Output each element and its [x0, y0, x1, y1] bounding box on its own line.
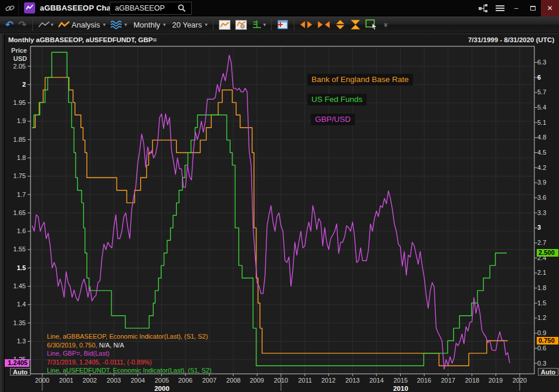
legend-text: 6/30/2019, 0.750, — [47, 342, 99, 349]
right-axis-tick-label: 5.7 — [537, 88, 546, 96]
maximize-icon — [530, 6, 536, 11]
compress-vertical-button[interactable] — [348, 18, 363, 31]
chart-toolbar: ↶ ↷ ▾ Analysis ▾ ▾ Monthly ▾ 20 Years ▾ … — [0, 16, 559, 33]
undo-button[interactable]: ↶ — [3, 18, 16, 32]
right-axis-tick-label: 1.2 — [537, 314, 546, 321]
series-annotation-label[interactable]: Bank of England Base Rate — [307, 74, 413, 86]
link-icon — [5, 4, 15, 13]
left-axis-tick-label: 1.6 — [0, 227, 26, 234]
right-axis-tick-label: 3.3 — [537, 209, 546, 216]
menu-button[interactable] — [492, 0, 508, 16]
x-axis-year-label: 2003 — [103, 377, 124, 384]
left-axis-tick-label: 2 — [0, 81, 26, 88]
right-axis-tick-label: 3 — [537, 224, 541, 231]
x-axis-decade-label: 2000 — [149, 385, 175, 392]
zoom-select-button[interactable] — [363, 18, 381, 31]
interval-dropdown[interactable]: Monthly ▾ — [130, 19, 168, 30]
right-axis-tick-label: 0.3 — [537, 360, 546, 367]
right-axis-tick-label: 3.9 — [537, 179, 546, 186]
add-panel-button[interactable] — [275, 18, 291, 31]
legend-row[interactable]: 7/31/2019, 1.2405, -0.0111, (-0.89%) — [47, 358, 212, 367]
left-axis-tick-label: 1.3 — [0, 338, 26, 345]
x-axis-year-label: 2019 — [485, 377, 506, 384]
left-axis-tick-label: 1.5 — [0, 264, 26, 271]
expand-vertical-button[interactable] — [333, 18, 348, 31]
maximize-button[interactable] — [524, 0, 541, 16]
link-channel-button[interactable] — [1, 1, 19, 15]
x-axis-year-label: 2014 — [366, 377, 387, 384]
right-axis-tick-label: 3.6 — [537, 194, 546, 201]
x-axis-year-label: 2009 — [246, 377, 267, 384]
right-axis-tick-label: 4.5 — [537, 149, 546, 156]
chevron-down-icon: ▾ — [205, 22, 208, 28]
chart-legend: Line, aGBBASEEOP, Economic Indicator(Las… — [47, 332, 212, 375]
waves-icon — [110, 20, 123, 29]
expand-vertical-icon — [335, 19, 345, 30]
search-icon[interactable] — [177, 4, 187, 13]
chevron-down-icon: ▾ — [124, 22, 127, 28]
right-axis-tick-label: 4.8 — [537, 134, 546, 141]
window-title: aGBBASEEOP Chart — [40, 4, 117, 12]
legend-row[interactable]: Line, aUSFEDFUNDT, Economic Indicator(La… — [47, 366, 212, 375]
right-axis-tick-label: 4.2 — [537, 164, 546, 171]
legend-row[interactable]: 6/30/2019, 0.750, N/A, N/A — [47, 341, 212, 350]
x-axis-year-label: 2012 — [318, 377, 339, 384]
expand-horizontal-button[interactable] — [297, 19, 315, 30]
minimize-button[interactable]: – — [508, 0, 524, 16]
left-axis-tick-label: 1.85 — [0, 136, 26, 143]
analysis-label: Analysis — [72, 21, 100, 29]
redo-button[interactable]: ↷ — [16, 18, 29, 32]
last-value-badge: 0.750 — [537, 337, 558, 345]
interval-label: Monthly — [134, 21, 161, 29]
compress-horizontal-icon — [317, 20, 330, 29]
x-axis-year-label: 2020 — [509, 377, 530, 384]
chevron-down-icon: ▾ — [163, 22, 166, 28]
left-axis-tick-label: 1.95 — [0, 99, 26, 106]
line-style-dropdown[interactable]: ▾ — [36, 19, 56, 30]
left-axis-tick-label: 2.05 — [0, 63, 26, 70]
axis-scale-icon — [252, 20, 262, 30]
x-axis-year-label: 2006 — [175, 377, 196, 384]
left-axis-tick-label: 1.65 — [0, 209, 26, 216]
x-axis-year-label: 2002 — [79, 377, 100, 384]
more-tools-chevron[interactable]: » — [382, 22, 391, 26]
x-axis-year-label: 2018 — [462, 377, 483, 384]
symbol-search-input[interactable] — [110, 4, 174, 12]
right-axis-tick-label: 2.7 — [537, 239, 546, 246]
left-axis-tick-label: 1.7 — [0, 191, 26, 198]
chart-type-button[interactable] — [216, 19, 233, 31]
right-axis-auto-button[interactable]: Auto — [538, 368, 558, 376]
right-axis-tick-label: 1.8 — [537, 284, 546, 291]
chart-drag-button[interactable] — [233, 19, 249, 31]
hamburger-icon — [496, 4, 504, 12]
analysis-icon — [58, 21, 70, 29]
axis-settings-dropdown[interactable]: ▾ — [249, 19, 269, 31]
series-annotation-label[interactable]: US Fed Funds — [307, 94, 367, 105]
left-axis-tick-label: 1.75 — [0, 172, 26, 179]
right-axis-tick-label: 0.6 — [537, 345, 546, 352]
series-annotation-label[interactable]: GBP/USD — [311, 114, 355, 125]
left-axis-tick-label: 1.45 — [0, 282, 26, 289]
chart-panel: Monthly aGBBASEEOP, aUSFEDFUNDT, GBP= 7/… — [0, 33, 559, 392]
close-button[interactable]: ✕ — [541, 0, 559, 16]
x-axis-year-label: 2008 — [223, 377, 244, 384]
last-value-badge: 1.2405 — [5, 359, 29, 367]
left-axis-tick-label: 1.4 — [0, 301, 26, 308]
compress-horizontal-button[interactable] — [315, 19, 333, 30]
right-axis-tick-label: 2.1 — [537, 269, 546, 276]
left-axis-tick-label: 1.55 — [0, 246, 26, 253]
range-dropdown[interactable]: 20 Years ▾ — [168, 19, 210, 30]
overlay-dropdown[interactable]: ▾ — [108, 19, 130, 30]
analysis-dropdown[interactable]: Analysis ▾ — [56, 19, 108, 30]
x-axis-year-label: 2016 — [414, 377, 435, 384]
linked-windows-icon[interactable] — [475, 0, 492, 16]
symbol-search-box[interactable] — [110, 2, 192, 15]
legend-row[interactable]: Line, GBP=, Bid(Last) — [47, 349, 212, 358]
plot-background — [31, 46, 534, 374]
line-style-icon — [38, 21, 50, 29]
left-axis-auto-button[interactable]: Auto — [10, 368, 31, 376]
legend-row[interactable]: Line, aGBBASEEOP, Economic Indicator(Las… — [47, 332, 212, 341]
left-axis-tick-label: 1.35 — [0, 319, 26, 326]
chevron-down-icon: ▾ — [51, 22, 54, 28]
x-axis-year-label: 2013 — [342, 377, 363, 384]
